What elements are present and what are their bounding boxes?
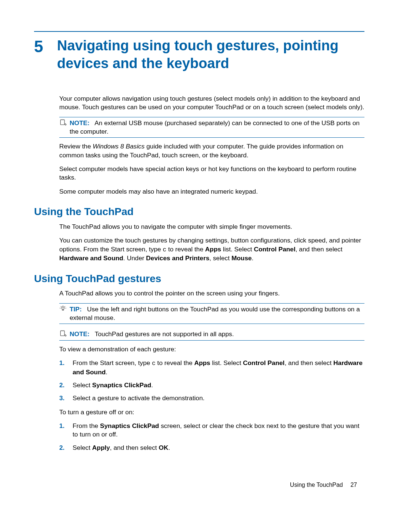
svg-rect-2 bbox=[60, 331, 64, 336]
svg-point-1 bbox=[62, 307, 64, 310]
intro-paragraph-4: Some computer models may also have an in… bbox=[59, 187, 364, 196]
svg-rect-0 bbox=[60, 120, 64, 124]
page-number: 27 bbox=[350, 482, 357, 488]
chapter-heading: 5 Navigating using touch gestures, point… bbox=[34, 37, 364, 72]
list-item: 2. Select Apply, and then select OK. bbox=[59, 444, 364, 452]
note-label-2: NOTE: bbox=[70, 330, 90, 338]
chapter-title: Navigating using touch gestures, pointin… bbox=[57, 37, 364, 72]
tip-label: TIP: bbox=[70, 305, 82, 313]
sec2-paragraph-1: A TouchPad allows you to control the poi… bbox=[59, 289, 364, 298]
intro-paragraph-3: Select computer models have special acti… bbox=[59, 165, 364, 182]
top-rule bbox=[34, 31, 364, 32]
document-page: 5 Navigating using touch gestures, point… bbox=[0, 0, 400, 532]
note-text-2: TouchPad gestures are not supported in a… bbox=[95, 330, 234, 338]
section-heading-using-touchpad: Using the TouchPad bbox=[34, 205, 364, 219]
page-footer: Using the TouchPad 27 bbox=[290, 482, 357, 488]
note-text: An external USB mouse (purchased separat… bbox=[70, 119, 360, 135]
section-heading-touchpad-gestures: Using TouchPad gestures bbox=[34, 272, 364, 286]
note-label: NOTE: bbox=[70, 119, 90, 127]
sec2-paragraph-2: To view a demonstration of each gesture: bbox=[59, 345, 364, 354]
footer-section: Using the TouchPad bbox=[290, 482, 343, 488]
body-column: Your computer allows navigation using to… bbox=[59, 94, 364, 452]
sec1-paragraph-2: You can customize the touch gestures by … bbox=[59, 236, 364, 262]
sec2-paragraph-3: To turn a gesture off or on: bbox=[59, 408, 364, 416]
note-icon bbox=[59, 119, 67, 127]
tip-callout: TIP: Use the left and right buttons on t… bbox=[59, 303, 364, 324]
sec1-paragraph-1: The TouchPad allows you to navigate the … bbox=[59, 222, 364, 231]
list-item: 2. Select Synaptics ClickPad. bbox=[59, 381, 364, 389]
ordered-list-view-demo: 1. From the Start screen, type c to reve… bbox=[59, 359, 364, 403]
note-icon bbox=[59, 330, 67, 338]
intro-paragraph-1: Your computer allows navigation using to… bbox=[59, 94, 364, 112]
tip-text: Use the left and right buttons on the To… bbox=[70, 305, 360, 321]
intro-paragraph-2: Review the Windows 8 Basics guide includ… bbox=[59, 142, 364, 160]
list-item: 1. From the Synaptics ClickPad screen, s… bbox=[59, 422, 364, 439]
chapter-number: 5 bbox=[34, 37, 57, 56]
list-item: 3. Select a gesture to activate the demo… bbox=[59, 394, 364, 402]
tip-icon bbox=[59, 305, 67, 313]
note-callout-2: NOTE: TouchPad gestures are not supporte… bbox=[59, 328, 364, 340]
note-callout: NOTE: An external USB mouse (purchased s… bbox=[59, 117, 364, 138]
list-item: 1. From the Start screen, type c to reve… bbox=[59, 359, 364, 377]
ordered-list-toggle-gesture: 1. From the Synaptics ClickPad screen, s… bbox=[59, 422, 364, 452]
